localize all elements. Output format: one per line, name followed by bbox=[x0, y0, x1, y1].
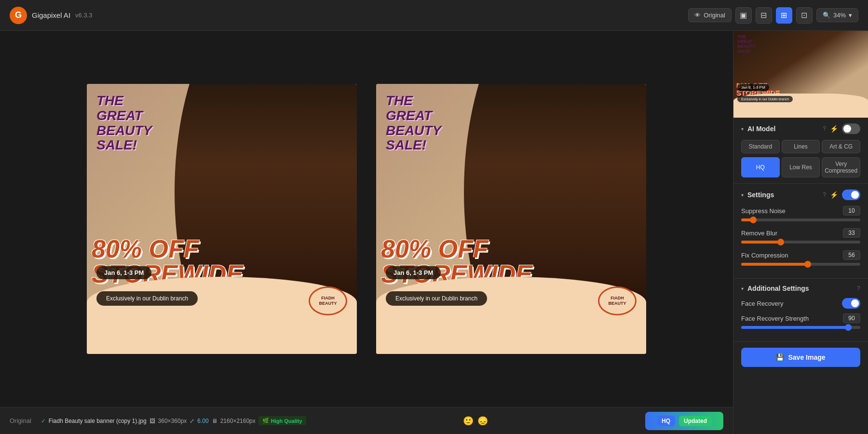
model-tabs: Standard Lines Art & CG bbox=[741, 140, 860, 153]
topbar: G Gigapixel AI v6.3.3 👁 Original ▣ ⊟ ⊞ ⊡… bbox=[0, 0, 868, 31]
ai-model-title: AI Model bbox=[747, 125, 819, 133]
single-panel-icon: ▣ bbox=[740, 11, 747, 20]
hq-updated-button[interactable]: HQ Updated bbox=[645, 412, 723, 430]
standard-tab[interactable]: Standard bbox=[741, 140, 780, 153]
processed-poster-brand-badge: FIADHBEAUTY bbox=[598, 286, 637, 315]
zoom-control[interactable]: 🔍 34% ▾ bbox=[816, 8, 858, 22]
leaf-icon: 🌿 bbox=[262, 418, 269, 424]
poster-blob-shape bbox=[87, 277, 357, 354]
ai-model-header: ▾ AI Model ? ⚡ bbox=[741, 123, 860, 134]
output-icon: 🖥 bbox=[212, 418, 217, 424]
canvas-area: THEGREATBEAUTYSALE! 80% OFFSTOREWIDE Jan… bbox=[0, 31, 733, 434]
ai-model-collapse-icon[interactable]: ▾ bbox=[741, 126, 744, 132]
original-image-panel: THEGREATBEAUTYSALE! 80% OFFSTOREWIDE Jan… bbox=[87, 84, 357, 354]
single-view-button[interactable]: ▣ bbox=[735, 7, 752, 24]
processed-image-panel: THEGREATBEAUTYSALE! 80% OFFSTOREWIDE Jan… bbox=[376, 84, 646, 354]
settings-help-icon[interactable]: ? bbox=[823, 191, 826, 198]
right-panel: THEGREATBEAUTYSALE! 80% OFFSTOREWIDE Jan… bbox=[733, 31, 868, 434]
remove-blur-track[interactable] bbox=[741, 241, 860, 244]
settings-toggle[interactable] bbox=[842, 190, 860, 200]
hq-quality-tab[interactable]: HQ bbox=[741, 157, 780, 177]
smiley-icon: 🙂 bbox=[463, 416, 474, 426]
face-recovery-strength-thumb[interactable] bbox=[845, 324, 852, 331]
zoom-chevron-icon: ▾ bbox=[849, 12, 852, 19]
scale-value: 6.00 bbox=[197, 418, 208, 424]
remove-blur-value: 33 bbox=[843, 228, 860, 238]
additional-settings-title: Additional Settings bbox=[747, 285, 853, 292]
split-view-button[interactable]: ⊟ bbox=[756, 7, 772, 24]
original-view-button[interactable]: 👁 Original bbox=[688, 8, 732, 22]
settings-collapse-icon[interactable]: ▾ bbox=[741, 192, 744, 198]
fix-compression-label: Fix Compression bbox=[741, 252, 788, 259]
original-poster: THEGREATBEAUTYSALE! 80% OFFSTOREWIDE Jan… bbox=[87, 84, 357, 354]
processed-poster: THEGREATBEAUTYSALE! 80% OFFSTOREWIDE Jan… bbox=[376, 84, 646, 354]
save-image-button[interactable]: 💾 Save Image bbox=[741, 348, 860, 367]
original-label: Original bbox=[10, 417, 31, 424]
remove-blur-thumb[interactable] bbox=[777, 239, 784, 245]
app-logo-icon: G bbox=[10, 7, 27, 24]
face-recovery-strength-value: 90 bbox=[843, 313, 860, 323]
thumb-branch: Exclusively in our Dublin branch bbox=[737, 96, 793, 102]
side-by-side-icon: ⊞ bbox=[781, 11, 787, 20]
face-recovery-strength-fill bbox=[741, 326, 848, 329]
poster-headline-text: THEGREATBEAUTYSALE! bbox=[96, 94, 152, 153]
fix-compression-track[interactable] bbox=[741, 263, 860, 266]
app-name: Gigapixel AI bbox=[32, 11, 70, 19]
face-recovery-strength-label: Face Recovery Strength bbox=[741, 315, 809, 322]
face-recovery-row: Face Recovery bbox=[741, 298, 860, 309]
ai-model-toggle[interactable] bbox=[842, 123, 860, 134]
low-res-quality-tab[interactable]: Low Res bbox=[782, 157, 820, 177]
quality-tabs: HQ Low Res Very Compressed bbox=[741, 157, 860, 177]
settings-section: ▾ Settings ? ⚡ Suppress Noise 10 Remove bbox=[733, 184, 868, 279]
art-cg-tab[interactable]: Art & CG bbox=[822, 140, 860, 153]
suppress-noise-label: Suppress Noise bbox=[741, 207, 786, 215]
suppress-noise-value: 10 bbox=[843, 206, 860, 216]
logo-area: G Gigapixel AI v6.3.3 bbox=[10, 7, 92, 24]
additional-settings-collapse-icon[interactable]: ▾ bbox=[741, 286, 744, 291]
eye-icon: 👁 bbox=[694, 12, 701, 19]
fix-compression-fill bbox=[741, 263, 808, 266]
side-by-side-button[interactable]: ⊞ bbox=[776, 7, 792, 24]
additional-settings-help-icon[interactable]: ? bbox=[857, 285, 860, 292]
ai-model-help-icon[interactable]: ? bbox=[823, 125, 826, 132]
processed-poster-headline: THEGREATBEAUTYSALE! bbox=[386, 94, 441, 153]
lines-tab[interactable]: Lines bbox=[782, 140, 820, 153]
split-panel-icon: ⊟ bbox=[760, 11, 767, 20]
thumbnail-poster: THEGREATBEAUTYSALE! 80% OFFSTOREWIDE Jan… bbox=[733, 31, 868, 118]
suppress-noise-track[interactable] bbox=[741, 218, 860, 221]
thumb-headline: THEGREATBEAUTYSALE! bbox=[737, 35, 755, 54]
input-resolution: 360×360px bbox=[158, 418, 187, 424]
sad-icon: 😞 bbox=[477, 416, 488, 426]
processed-poster-branch-badge: Exclusively in our Dublin branch bbox=[386, 291, 487, 306]
app-version: v6.3.3 bbox=[75, 12, 92, 19]
check-icon: ✓ bbox=[41, 418, 46, 424]
zoom-value: 34% bbox=[833, 12, 846, 19]
file-icon: 🖼 bbox=[149, 418, 155, 424]
suppress-noise-row: Suppress Noise 10 bbox=[741, 206, 860, 221]
ai-model-section: ▾ AI Model ? ⚡ Standard Lines Art & CG H… bbox=[733, 118, 868, 184]
fix-compression-row: Fix Compression 56 bbox=[741, 250, 860, 266]
suppress-noise-thumb[interactable] bbox=[750, 217, 757, 223]
face-recovery-strength-row: Face Recovery Strength 90 bbox=[741, 313, 860, 329]
face-recovery-toggle[interactable] bbox=[842, 298, 860, 309]
filename-label: Fiadh Beauty sale banner (copy 1).jpg bbox=[49, 418, 147, 424]
settings-header: ▾ Settings ? ⚡ bbox=[741, 190, 860, 200]
save-icon: 💾 bbox=[776, 353, 784, 361]
face-recovery-strength-track[interactable] bbox=[741, 326, 860, 329]
very-compressed-quality-tab[interactable]: Very Compressed bbox=[822, 157, 860, 177]
remove-blur-label: Remove Blur bbox=[741, 230, 777, 237]
fix-compression-value: 56 bbox=[843, 250, 860, 260]
hq-badge: HQ bbox=[657, 416, 675, 426]
fix-compression-thumb[interactable] bbox=[804, 261, 811, 268]
grid-view-button[interactable]: ⊡ bbox=[796, 7, 813, 24]
bottom-bar: Original ✓ Fiadh Beauty sale banner (cop… bbox=[0, 407, 733, 434]
file-info: ✓ Fiadh Beauty sale banner (copy 1).jpg … bbox=[41, 416, 306, 425]
processed-poster-date-badge: Jan 6, 1-3 PM bbox=[386, 266, 441, 279]
settings-title: Settings bbox=[747, 191, 819, 199]
thumbnail-area: THEGREATBEAUTYSALE! 80% OFFSTOREWIDE Jan… bbox=[733, 31, 868, 118]
additional-settings-header: ▾ Additional Settings ? bbox=[741, 285, 860, 292]
image-compare-container: THEGREATBEAUTYSALE! 80% OFFSTOREWIDE Jan… bbox=[0, 31, 733, 407]
remove-blur-fill bbox=[741, 241, 781, 244]
quality-badge: 🌿 High Quality bbox=[258, 416, 306, 425]
lightning-icon: ⚡ bbox=[830, 125, 838, 133]
